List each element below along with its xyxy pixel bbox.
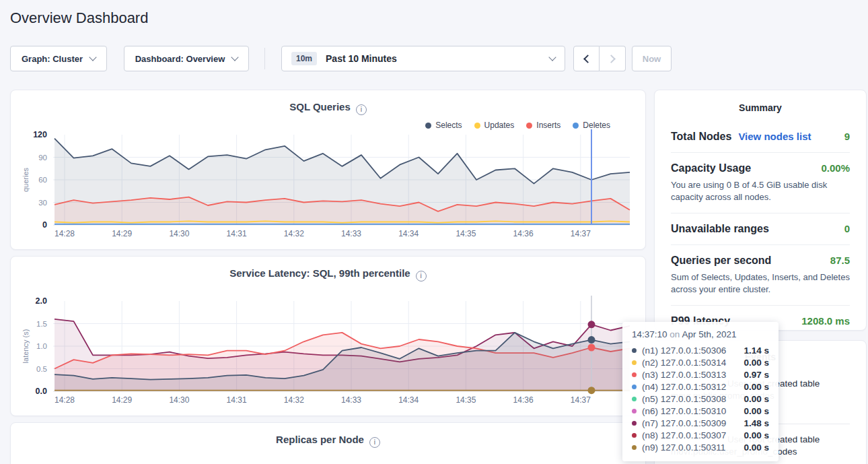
node-latency-value: 1.14 s — [744, 345, 769, 356]
tooltip-node-row: (n9) 127.0.0.1:503110.00 s — [632, 441, 769, 453]
divider — [671, 244, 850, 245]
tooltip-node-row: (n5) 127.0.0.1:503080.00 s — [632, 393, 769, 405]
graph-dropdown[interactable]: Graph: Cluster — [10, 46, 107, 71]
summary-row-total-nodes: Total Nodes View nodes list 9 — [671, 131, 850, 143]
summary-label: Unavailable ranges — [671, 223, 769, 235]
chevron-right-icon — [607, 55, 616, 63]
tooltip-node-row: (n7) 127.0.0.1:503091.48 s — [632, 417, 769, 429]
svg-text:60: 60 — [38, 176, 47, 184]
node-color-dot-icon — [632, 421, 637, 426]
node-address: (n2) 127.0.0.1:50314 — [642, 358, 726, 368]
dashboard-dropdown-label: Dashboard: Overview — [135, 54, 225, 64]
time-nav-group — [573, 46, 626, 71]
node-color-dot-icon — [632, 397, 637, 401]
node-latency-value: 0.00 s — [744, 406, 769, 416]
node-latency-value: 0.97 s — [744, 370, 769, 380]
node-color-dot-icon — [632, 360, 637, 365]
time-next-button[interactable] — [600, 46, 626, 71]
replicas-per-node-chart-card: Replicas per Nodei — [10, 422, 646, 464]
page-title: Overview Dashboard — [10, 9, 148, 27]
node-color-dot-icon — [632, 385, 637, 389]
crosshair-dot — [588, 336, 595, 343]
svg-text:1.5: 1.5 — [36, 320, 47, 328]
svg-text:14:29: 14:29 — [112, 229, 132, 238]
svg-text:14:31: 14:31 — [227, 395, 247, 405]
svg-text:14:33: 14:33 — [341, 395, 361, 405]
summary-value: 9 — [844, 131, 850, 142]
svg-text:14:32: 14:32 — [284, 395, 304, 405]
tooltip-node-row: (n8) 127.0.0.1:503070.00 s — [632, 429, 769, 441]
summary-title: Summary — [671, 102, 850, 113]
divider — [671, 213, 850, 213]
time-range-label: Past 10 Minutes — [326, 53, 397, 64]
tooltip-node-row: (n6) 127.0.0.1:503100.00 s — [632, 405, 769, 417]
time-range-picker[interactable]: 10m Past 10 Minutes — [281, 46, 565, 71]
svg-text:14:35: 14:35 — [456, 229, 476, 238]
node-latency-value: 0.00 s — [744, 442, 769, 453]
node-color-dot-icon — [632, 348, 637, 353]
svg-text:0.0: 0.0 — [36, 387, 47, 396]
tooltip-rows: (n1) 127.0.0.1:503061.14 s(n2) 127.0.0.1… — [632, 344, 769, 453]
chevron-left-icon — [583, 55, 592, 63]
sql-queries-chart[interactable]: 14:2814:2914:3014:3114:3214:3314:3414:35… — [11, 90, 647, 251]
tooltip-node-row: (n2) 127.0.0.1:503140.00 s — [632, 356, 769, 368]
svg-text:14:32: 14:32 — [284, 229, 304, 238]
summary-description: You are using 0 B of 4.5 GiB usable disk… — [671, 179, 850, 203]
summary-label: Total Nodes — [671, 131, 731, 143]
node-address: (n9) 127.0.0.1:50311 — [642, 442, 725, 453]
summary-row-capacity-usage: Capacity Usage 0.00% You are using 0 B o… — [671, 162, 850, 203]
summary-value: 0 — [844, 223, 850, 234]
svg-text:2.0: 2.0 — [36, 296, 47, 306]
node-latency-value: 1.48 s — [744, 418, 769, 428]
chart-title-row: Replicas per Nodei — [11, 423, 645, 448]
sql-queries-chart-card: SQL Queriesi SelectsUpdatesInsertsDelete… — [10, 90, 646, 250]
node-address: (n5) 127.0.0.1:50308 — [642, 394, 726, 404]
node-address: (n1) 127.0.0.1:50306 — [642, 345, 726, 356]
chevron-down-icon — [231, 53, 239, 61]
svg-text:14:30: 14:30 — [169, 395, 189, 405]
svg-text:14:31: 14:31 — [227, 229, 247, 238]
summary-value: 1208.0 ms — [801, 315, 850, 327]
tooltip-date: Apr 5th, 2021 — [682, 329, 736, 339]
view-nodes-list-link[interactable]: View nodes list — [738, 131, 811, 142]
crosshair-dot — [588, 387, 595, 394]
info-icon[interactable]: i — [369, 437, 380, 448]
toolbar-divider — [264, 48, 265, 69]
service-latency-chart[interactable]: 14:2814:2914:3014:3114:3214:3314:3414:35… — [11, 257, 647, 417]
svg-text:90: 90 — [38, 154, 47, 162]
tooltip-on-word: on — [670, 329, 680, 339]
divider — [671, 152, 850, 153]
node-address: (n4) 127.0.0.1:50312 — [642, 382, 726, 392]
svg-text:14:28: 14:28 — [55, 395, 75, 405]
crosshair-dot — [588, 321, 595, 328]
tooltip-timestamp: 14:37:10 on Apr 5th, 2021 — [632, 329, 769, 339]
crosshair-dot — [588, 344, 595, 352]
svg-text:14:34: 14:34 — [398, 229, 419, 238]
node-color-dot-icon — [632, 409, 637, 413]
node-address: (n3) 127.0.0.1:50313 — [642, 370, 726, 380]
svg-text:14:30: 14:30 — [169, 229, 189, 238]
node-latency-value: 0.00 s — [744, 430, 769, 440]
node-address: (n7) 127.0.0.1:50309 — [642, 418, 726, 428]
svg-text:14:36: 14:36 — [513, 395, 534, 405]
tooltip-time: 14:37:10 — [632, 329, 667, 339]
now-button[interactable]: Now — [632, 46, 672, 71]
svg-text:30: 30 — [38, 199, 47, 207]
summary-panel: Summary Total Nodes View nodes list 9 Ca… — [654, 90, 867, 331]
time-prev-button[interactable] — [573, 46, 600, 71]
node-latency-value: 0.00 s — [744, 358, 769, 368]
tooltip-node-row: (n4) 127.0.0.1:503120.00 s — [632, 380, 769, 393]
summary-value: 87.5 — [830, 255, 850, 266]
summary-value: 0.00% — [821, 162, 850, 174]
node-address: (n8) 127.0.0.1:50307 — [642, 430, 726, 440]
dashboard-dropdown[interactable]: Dashboard: Overview — [124, 46, 249, 71]
summary-row-queries-per-second: Queries per second 87.5 Sum of Selects, … — [671, 255, 850, 296]
summary-label: Capacity Usage — [671, 162, 751, 174]
svg-text:1.0: 1.0 — [36, 342, 47, 350]
tooltip-node-row: (n1) 127.0.0.1:503061.14 s — [632, 344, 769, 356]
svg-text:120: 120 — [33, 130, 47, 139]
summary-label: Queries per second — [671, 255, 771, 267]
summary-row-unavailable-ranges: Unavailable ranges 0 — [671, 223, 850, 235]
svg-text:14:36: 14:36 — [513, 229, 534, 238]
svg-text:14:29: 14:29 — [112, 395, 132, 405]
